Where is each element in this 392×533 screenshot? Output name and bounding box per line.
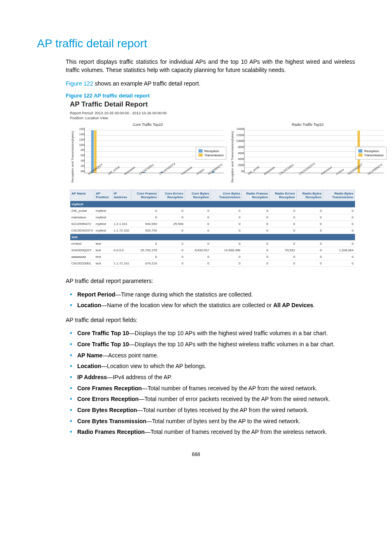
chart-title: Radio Traffic Top10 — [230, 123, 385, 127]
table-row: SG1099N072myltest1.2.1.101944,56925,5080… — [70, 221, 355, 227]
chart-box: Radio Traffic Top10Reception and Transmi… — [230, 123, 385, 186]
legend-label-transmission: Transmission — [204, 153, 224, 157]
ap-table: AP NameAP PositionIP AddressCore Frames … — [70, 190, 355, 267]
table-row: rrmtesttest00000000 — [70, 241, 355, 247]
list-item: Radio Frames Reception—Total number of f… — [66, 428, 355, 437]
figure-caption: Figure 122 AP traffic detail report — [66, 93, 355, 99]
table-row: mainslavemyltest00000000 — [70, 214, 355, 221]
list-item: Core Traffic Top 10—Displays the top 10 … — [66, 329, 355, 338]
legend-swatch-reception — [358, 149, 362, 153]
params-intro: AP traffic detail report parameters: — [66, 277, 355, 285]
list-item: Core Bytes Reception—Total number of byt… — [66, 406, 355, 415]
table-header: Radio Bytes Reception — [296, 190, 323, 201]
legend-swatch-reception — [198, 149, 203, 153]
table-row: CN15DWZ0TXmyltest1.1.72.102524,792000000… — [70, 227, 355, 234]
table-header: Core Bytes Reception — [184, 190, 210, 201]
chart-legend: ReceptionTransmission — [196, 147, 226, 160]
table-group-header: myltest — [70, 201, 355, 208]
chart-legend: ReceptionTransmission — [355, 147, 386, 160]
fields-intro: AP traffic detail report fields: — [66, 316, 355, 324]
report-position: Position: Location View — [70, 116, 355, 120]
fields-list: Core Traffic Top 10—Displays the top 10 … — [66, 329, 355, 437]
legend-label-transmission: Transmission — [364, 153, 383, 157]
page-number: 668 — [37, 452, 355, 457]
chart-title: Core Traffic Top10 — [70, 123, 226, 127]
table-row: SG0309Q02Ttest0.0.0.025,703,37808,830,93… — [70, 247, 355, 254]
list-item: Report Period—Time range during which th… — [66, 290, 355, 299]
chart-ylabel: Reception and Transmission(bytes) — [70, 127, 75, 186]
table-header: Core Frames Reception — [131, 190, 158, 201]
intro-paragraph: This report displays traffic statistics … — [66, 58, 355, 74]
chart-ylabel: Reception and Transmission(bytes) — [230, 127, 235, 186]
report-title: AP Traffic Detail Report — [70, 100, 355, 109]
chart-box: Core Traffic Top10Reception and Transmis… — [70, 123, 226, 186]
list-item: Core Errors Reception—Total number of er… — [66, 395, 355, 404]
table-header: Core Bytes Transmission — [210, 190, 242, 201]
list-item: Location—Location view to which the AP b… — [66, 362, 355, 371]
list-item: Core Bytes Transmission—Total number of … — [66, 417, 355, 426]
table-row: CN15D33001test1.1.72.101679,2190000000 — [70, 260, 355, 267]
list-item: Location—Name of the location view for w… — [66, 301, 355, 310]
table-header: IP Address — [113, 190, 131, 201]
report-screenshot: AP Traffic Detail Report Report Period: … — [70, 100, 355, 267]
list-item: Core Frames Reception—Total number of fr… — [66, 384, 355, 393]
legend-label-reception: Reception — [364, 149, 379, 153]
params-list: Report Period—Time range during which th… — [66, 290, 355, 310]
table-row: 246_portalmyltest00000000 — [70, 208, 355, 214]
figure-reference: Figure 122 shows an example AP traffic d… — [66, 79, 355, 88]
table-header: Radio Errors Reception — [270, 190, 297, 201]
list-item: AP Name—Access point name. — [66, 351, 355, 360]
legend-swatch-transmission — [358, 153, 362, 157]
table-header: Core Errors Reception — [158, 190, 184, 201]
table-header: Radio Bytes Transmission — [323, 190, 355, 201]
table-header: AP Name — [70, 190, 95, 201]
legend-swatch-transmission — [198, 153, 203, 157]
list-item: IP Address—IPv4 address of the AP. — [66, 373, 355, 382]
list-item: Core Traffic Top 10—Displays the top 10 … — [66, 340, 355, 349]
page-heading: AP traffic detail report — [37, 37, 355, 50]
report-period: Report Period: 2012-10-25 00:00:00 - 201… — [70, 111, 355, 115]
legend-label-reception: Reception — [204, 149, 219, 153]
figure-link[interactable]: Figure 122 — [66, 80, 93, 87]
table-header: AP Position — [95, 190, 113, 201]
table-row: aaaaaaaatest00000000 — [70, 254, 355, 260]
figure-ref-tail: shows an example AP traffic detail repor… — [93, 80, 201, 87]
table-group-header: test — [70, 234, 355, 241]
table-header: Radio Frames Reception — [242, 190, 269, 201]
